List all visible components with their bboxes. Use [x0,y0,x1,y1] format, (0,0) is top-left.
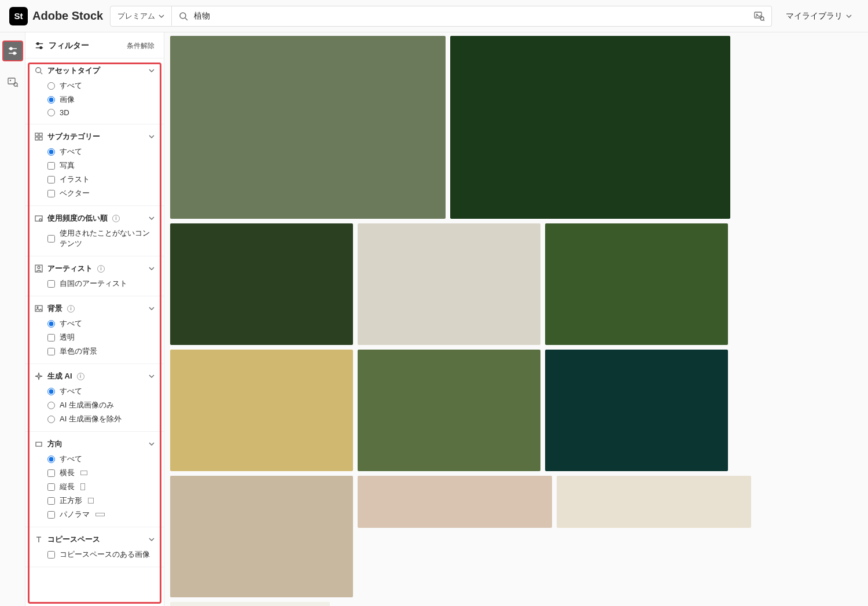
svg-rect-21 [39,133,42,136]
option-ai-only[interactable]: AI 生成画像のみ [47,400,155,410]
square-shape-icon [88,498,94,504]
option-orient-all[interactable]: すべて [47,454,155,464]
logo-text: Adobe Stock [32,9,103,23]
filter-section-genai: 生成 AIi すべて AI 生成画像のみ AI 生成画像を除外 [25,364,164,432]
sliders-icon [35,41,44,50]
svg-rect-2 [755,12,762,18]
svg-rect-28 [35,306,42,311]
chevron-down-icon [149,215,155,221]
filter-section-toggle[interactable]: アーティストi [35,263,155,274]
option-bg-solid[interactable]: 単色の背景 [47,346,155,357]
logo[interactable]: St Adobe Stock [9,7,103,25]
option-orient-panorama[interactable]: パノラマ [47,509,155,520]
filter-section-asset-type: アセットタイプ すべて 画像 3D [25,58,164,124]
horizontal-shape-icon [80,471,87,475]
rail-filters-button[interactable] [2,41,23,61]
search-bar: プレミアム [110,6,772,27]
info-icon[interactable]: i [112,215,120,222]
info-icon[interactable]: i [97,265,105,273]
option-artist-local[interactable]: 自国のアーティスト [47,278,155,289]
option-orient-square[interactable]: 正方形 [47,495,155,506]
result-thumbnail[interactable] [545,223,728,345]
option-orient-vertical[interactable]: 縦長 [47,482,155,492]
svg-rect-22 [35,137,38,140]
filter-section-toggle[interactable]: アセットタイプ [35,65,155,76]
filter-section-artist: アーティストi 自国のアーティスト [25,256,164,296]
filter-section-orientation: 方向 すべて 横長 縦長 正方形 パノラマ [25,432,164,527]
vertical-shape-icon [80,483,85,490]
svg-point-25 [39,219,42,221]
sparkle-icon [35,372,43,380]
svg-point-11 [9,80,10,81]
orientation-icon [35,440,43,448]
clear-filters-link[interactable]: 条件解除 [127,41,155,51]
option-sub-all[interactable]: すべて [47,146,155,157]
info-icon[interactable]: i [67,305,75,313]
mylibrary-dropdown[interactable]: マイライブラリ [779,6,859,26]
rail-visual-search-button[interactable] [2,72,23,93]
option-asset-all[interactable]: すべて [47,80,155,91]
chevron-down-icon [149,537,155,542]
chevron-down-icon [149,441,155,447]
result-thumbnail[interactable] [358,350,540,471]
result-thumbnail[interactable] [170,350,353,471]
result-thumbnail[interactable] [358,223,540,345]
info-icon[interactable]: i [77,373,84,380]
filter-section-toggle[interactable]: 方向 [35,439,155,449]
result-thumbnail[interactable] [170,476,353,597]
filter-section-copyspace: コピースペース コピースペースのある画像 [25,527,164,567]
grid-icon [35,133,43,141]
result-thumbnail[interactable] [170,223,353,345]
option-sub-illustration[interactable]: イラスト [47,174,155,185]
filter-section-background: 背景i すべて 透明 単色の背景 [25,296,164,364]
image-search-icon[interactable] [754,11,764,21]
result-thumbnail[interactable] [170,602,330,606]
search-icon [35,67,43,75]
filter-section-subcategory: サブカテゴリー すべて 写真 イラスト ベクター [25,124,164,206]
logo-badge: St [9,7,28,25]
search-input[interactable] [194,12,748,21]
result-thumbnail[interactable] [358,476,552,528]
panorama-shape-icon [95,513,105,516]
chevron-down-icon [149,373,155,379]
svg-point-7 [10,47,12,50]
option-orient-horizontal[interactable]: 横長 [47,468,155,478]
mylibrary-label: マイライブラリ [786,11,843,21]
option-asset-image[interactable]: 画像 [47,94,155,105]
option-rare-never[interactable]: 使用されたことがないコンテンツ [47,228,155,249]
filter-panel: フィルター 条件解除 アセットタイプ すべて 画像 3D サブカテゴリー [25,32,164,606]
filter-section-toggle[interactable]: サブカテゴリー [35,131,155,142]
option-ai-all[interactable]: すべて [47,386,155,396]
result-thumbnail[interactable] [545,350,728,471]
chevron-down-icon [149,134,155,139]
svg-point-9 [13,52,16,54]
svg-rect-20 [35,133,38,136]
option-asset-3d[interactable]: 3D [47,108,155,117]
chevron-down-icon [159,13,164,19]
chevron-down-icon [149,306,155,311]
result-thumbnail[interactable] [557,476,751,528]
option-copyspace-has[interactable]: コピースペースのある画像 [47,549,155,560]
option-bg-transparent[interactable]: 透明 [47,332,155,343]
svg-point-27 [38,266,40,269]
result-thumbnail[interactable] [450,36,730,219]
option-sub-vector[interactable]: ベクター [47,188,155,199]
premium-dropdown[interactable]: プレミアム [110,6,172,27]
premium-label: プレミアム [117,11,155,21]
filter-section-toggle[interactable]: コピースペース [35,534,155,545]
option-ai-exclude[interactable]: AI 生成画像を除外 [47,414,155,424]
search-input-wrap [172,6,772,27]
main: フィルター 条件解除 アセットタイプ すべて 画像 3D サブカテゴリー [0,32,868,606]
results-area [164,32,868,606]
filter-section-toggle[interactable]: 背景i [35,303,155,314]
option-bg-all[interactable]: すべて [47,318,155,329]
svg-rect-10 [8,78,15,84]
svg-line-5 [763,20,764,21]
filter-section-toggle[interactable]: 生成 AIi [35,371,155,381]
result-thumbnail[interactable] [170,36,446,219]
filter-section-toggle[interactable]: 使用頻度の低い順i [35,213,155,223]
chevron-down-icon [149,266,155,271]
option-sub-photo[interactable]: 写真 [47,160,155,171]
filter-title: フィルター [35,41,89,51]
svg-rect-23 [39,137,42,140]
